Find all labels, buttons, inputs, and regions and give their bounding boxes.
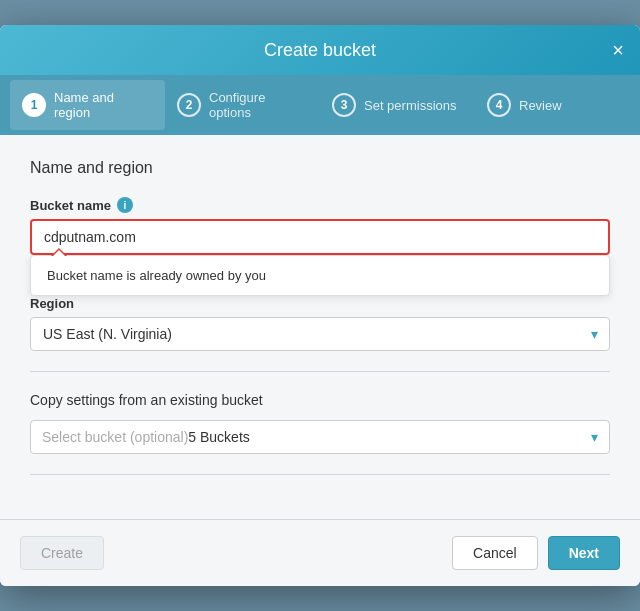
bucket-name-input[interactable] bbox=[30, 219, 610, 255]
step-3-label: Set permissions bbox=[364, 98, 456, 113]
bucket-name-info-icon[interactable]: i bbox=[117, 197, 133, 213]
step-2[interactable]: 2 Configure options bbox=[165, 80, 320, 130]
copy-settings-group: Copy settings from an existing bucket ▾ … bbox=[30, 392, 610, 454]
step-1-label: Name and region bbox=[54, 90, 153, 120]
step-4[interactable]: 4 Review bbox=[475, 83, 630, 127]
section-title: Name and region bbox=[30, 159, 610, 177]
step-1-number: 1 bbox=[22, 93, 46, 117]
region-field-group: Region US East (N. Virginia) US West (Or… bbox=[30, 296, 610, 351]
footer-right-buttons: Cancel Next bbox=[452, 536, 620, 570]
modal-footer: Create Cancel Next bbox=[0, 519, 640, 586]
cancel-button[interactable]: Cancel bbox=[452, 536, 538, 570]
modal-title: Create bucket bbox=[264, 40, 376, 61]
bucket-name-error-tooltip: Bucket name is already owned by you bbox=[30, 255, 610, 296]
copy-settings-title: Copy settings from an existing bucket bbox=[30, 392, 610, 408]
region-select[interactable]: US East (N. Virginia) US West (Oregon) E… bbox=[30, 317, 610, 351]
step-4-number: 4 bbox=[487, 93, 511, 117]
copy-bucket-select-wrapper: ▾ Select bucket (optional)5 Buckets bbox=[30, 420, 610, 454]
step-4-label: Review bbox=[519, 98, 562, 113]
step-1[interactable]: 1 Name and region bbox=[10, 80, 165, 130]
region-select-wrapper: US East (N. Virginia) US West (Oregon) E… bbox=[30, 317, 610, 351]
step-2-label: Configure options bbox=[209, 90, 308, 120]
step-3[interactable]: 3 Set permissions bbox=[320, 83, 475, 127]
step-3-number: 3 bbox=[332, 93, 356, 117]
modal-header: Create bucket × bbox=[0, 25, 640, 75]
divider-2 bbox=[30, 474, 610, 475]
bucket-name-field-group: Bucket name i Bucket name is already own… bbox=[30, 197, 610, 296]
region-label: Region bbox=[30, 296, 610, 311]
modal-body: Name and region Bucket name i Bucket nam… bbox=[0, 135, 640, 519]
bucket-name-label: Bucket name i bbox=[30, 197, 610, 213]
divider-1 bbox=[30, 371, 610, 372]
error-message: Bucket name is already owned by you bbox=[47, 268, 266, 283]
create-button[interactable]: Create bbox=[20, 536, 104, 570]
wizard-steps: 1 Name and region 2 Configure options 3 … bbox=[0, 75, 640, 135]
create-bucket-modal: Create bucket × 1 Name and region 2 Conf… bbox=[0, 25, 640, 586]
next-button[interactable]: Next bbox=[548, 536, 620, 570]
copy-bucket-select[interactable] bbox=[30, 420, 610, 454]
step-2-number: 2 bbox=[177, 93, 201, 117]
close-button[interactable]: × bbox=[612, 40, 624, 60]
